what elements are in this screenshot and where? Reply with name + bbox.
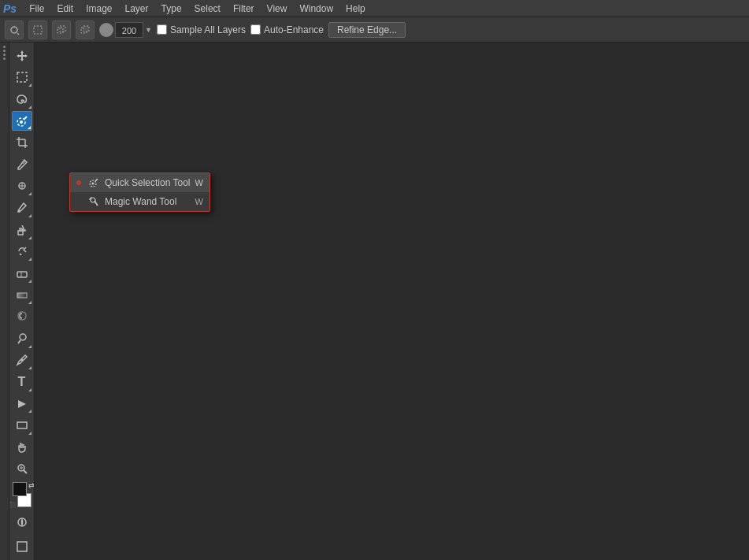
menu-file[interactable]: File <box>23 2 50 16</box>
svg-point-0 <box>11 27 17 33</box>
dropdown-item-magic-wand[interactable]: Magic Wand Tool W <box>70 192 209 211</box>
svg-line-1 <box>17 33 19 35</box>
menu-help[interactable]: Help <box>339 2 372 16</box>
history-brush-tool-button[interactable] <box>12 242 32 262</box>
submenu-triangle <box>28 366 32 369</box>
submenu-triangle <box>28 345 32 348</box>
svg-point-10 <box>20 121 23 124</box>
quick-selection-label: Quick Selection Tool <box>105 177 191 188</box>
type-tool-button[interactable]: T <box>12 372 32 392</box>
new-selection-icon <box>33 25 43 35</box>
expand-dot <box>3 46 6 48</box>
lasso-tool-button[interactable] <box>12 89 32 109</box>
brush-size-dropdown-arrow[interactable]: ▼ <box>145 26 152 34</box>
healing-brush-tool-button[interactable] <box>12 176 32 197</box>
submenu-triangle <box>28 126 31 129</box>
app-logo: Ps <box>3 2 17 15</box>
menu-image[interactable]: Image <box>80 2 118 16</box>
type-tool-letter: T <box>18 375 26 389</box>
rectangle-tool-button[interactable] <box>12 415 32 436</box>
submenu-triangle <box>28 258 32 261</box>
menu-select[interactable]: Select <box>188 2 227 16</box>
screen-mode-button[interactable] <box>12 536 32 557</box>
history-brush-tool-icon <box>16 245 28 258</box>
dropdown-item-quick-selection[interactable]: Quick Selection Tool W <box>70 173 209 192</box>
svg-point-25 <box>20 334 26 340</box>
sample-all-layers-label[interactable]: Sample All Layers <box>170 24 246 35</box>
expand-dot <box>3 50 6 52</box>
expand-dot <box>3 57 6 60</box>
menu-edit[interactable]: Edit <box>50 2 80 16</box>
dodge-tool-button[interactable] <box>12 328 32 349</box>
clone-stamp-tool-icon <box>16 224 28 236</box>
svg-line-42 <box>90 198 91 199</box>
hand-tool-icon <box>16 441 28 454</box>
brush-tool-button[interactable] <box>12 198 32 218</box>
svg-point-27 <box>20 359 23 362</box>
pen-tool-button[interactable] <box>12 350 32 371</box>
submenu-triangle <box>28 388 32 391</box>
brush-tool-icon <box>16 202 28 214</box>
zoom-tool-button[interactable] <box>12 459 32 480</box>
auto-enhance-checkbox[interactable] <box>250 24 261 35</box>
svg-line-26 <box>18 340 20 343</box>
brush-size-group: 200 ▼ <box>99 22 152 38</box>
menu-filter[interactable]: Filter <box>227 2 261 16</box>
new-selection-btn[interactable] <box>28 20 47 39</box>
rectangle-tool-icon <box>16 419 28 432</box>
submenu-triangle <box>28 236 32 239</box>
healing-brush-tool-icon <box>16 180 28 192</box>
swap-colors-button[interactable]: ⇄ <box>28 481 35 489</box>
path-selection-tool-button[interactable] <box>12 394 32 414</box>
screen-mode-icon <box>16 540 28 553</box>
menu-window[interactable]: Window <box>293 2 339 16</box>
submenu-triangle <box>28 410 32 413</box>
brush-preset-picker[interactable] <box>5 20 24 39</box>
menu-type[interactable]: Type <box>155 2 188 16</box>
dodge-tool-icon <box>16 332 28 345</box>
magic-wand-label: Magic Wand Tool <box>105 196 176 207</box>
svg-rect-6 <box>83 26 89 32</box>
reset-colors-button[interactable]: ⬛ <box>9 502 17 508</box>
workspace: T <box>0 43 749 560</box>
svg-point-37 <box>92 183 95 185</box>
gradient-tool-button[interactable] <box>12 285 32 306</box>
quick-selection-tool-button[interactable] <box>12 111 32 132</box>
svg-line-9 <box>24 117 27 119</box>
svg-rect-21 <box>20 228 21 231</box>
zoom-tool-icon <box>16 462 28 475</box>
sample-all-layers-checkbox[interactable] <box>157 24 167 35</box>
clone-stamp-tool-button[interactable] <box>12 220 32 240</box>
submenu-triangle <box>28 280 32 283</box>
brush-size-value[interactable]: 200 <box>115 22 143 38</box>
foreground-color-swatch[interactable] <box>13 482 27 496</box>
subtract-selection-btn[interactable] <box>76 20 95 39</box>
svg-rect-34 <box>17 542 27 551</box>
blur-tool-button[interactable] <box>12 306 32 327</box>
refine-edge-button[interactable]: Refine Edge... <box>328 22 406 38</box>
quick-selection-icon <box>87 176 100 189</box>
toolbar: T <box>9 43 35 560</box>
menu-layer[interactable]: Layer <box>119 2 155 16</box>
move-tool-button[interactable] <box>12 46 32 66</box>
quick-selection-shortcut: W <box>195 178 203 187</box>
eraser-tool-icon <box>16 267 28 280</box>
auto-enhance-label[interactable]: Auto-Enhance <box>264 24 324 35</box>
active-indicator <box>76 180 81 185</box>
svg-rect-2 <box>34 26 42 34</box>
eraser-tool-button[interactable] <box>12 263 32 284</box>
menu-view[interactable]: View <box>261 2 294 16</box>
path-selection-tool-icon <box>16 398 28 410</box>
add-selection-btn[interactable] <box>52 20 71 39</box>
crop-tool-icon <box>16 136 28 149</box>
canvas-area: Quick Selection Tool W Magic Wand Tool W <box>35 43 749 560</box>
eyedropper-tool-button[interactable] <box>12 154 32 175</box>
hand-tool-button[interactable] <box>12 437 32 458</box>
submenu-triangle <box>28 301 32 304</box>
marquee-tool-button[interactable] <box>12 68 32 88</box>
quick-mask-button[interactable] <box>12 512 32 532</box>
quick-mask-icon <box>16 516 28 528</box>
submenu-triangle <box>28 432 32 435</box>
crop-tool-button[interactable] <box>12 132 32 153</box>
toolbar-expand-handle[interactable] <box>0 43 9 560</box>
